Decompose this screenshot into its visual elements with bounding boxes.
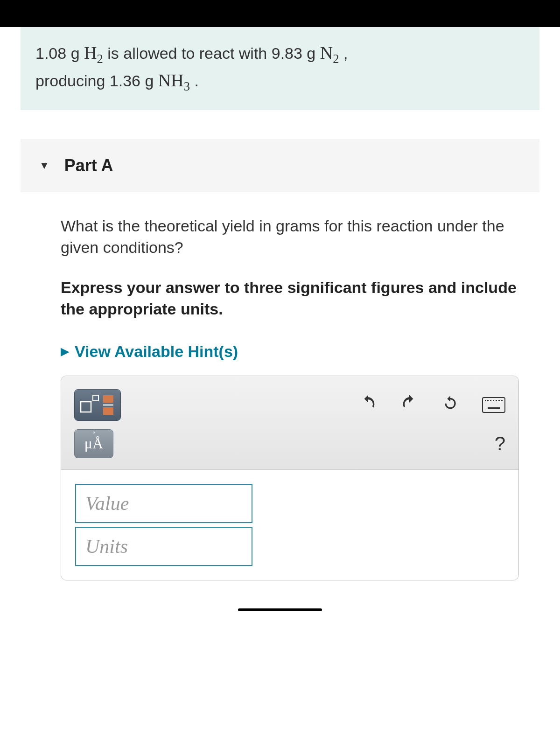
answer-toolbar: μÅ° ? [61,376,518,470]
redo-button[interactable] [400,393,419,416]
mass-h2: 1.08 [35,44,66,62]
keyboard-button[interactable] [482,397,505,413]
triangle-right-icon: ▶ [61,345,69,358]
reset-icon [441,393,460,412]
undo-icon [359,393,378,412]
problem-statement: 1.08 g H2 is allowed to react with 9.83 … [21,27,539,110]
unit-nh3: g [145,72,154,90]
units-placeholder: Units [85,535,128,558]
units-symbols-label: μÅ° [84,435,103,452]
question-text: What is the theoretical yield in grams f… [61,216,539,258]
templates-icon [79,393,116,417]
formula-n2: N2 [320,43,339,63]
question-body: What is the theoretical yield in grams f… [61,216,539,580]
svg-rect-1 [93,395,98,401]
help-button[interactable]: ? [495,433,505,455]
instruction-text: Express your answer to three significant… [61,277,539,320]
device-status-bar [0,0,560,27]
formula-h2: H2 [84,43,103,63]
mass-n2: 9.83 [272,44,302,62]
home-indicator [238,608,322,611]
value-placeholder: Value [85,492,129,515]
view-hints-link[interactable]: ▶ View Available Hint(s) [61,342,539,361]
caret-down-icon: ▼ [39,160,49,172]
templates-button[interactable] [74,389,121,421]
units-symbols-button[interactable]: μÅ° [74,429,113,458]
part-a-header[interactable]: ▼ Part A [21,139,539,192]
svg-rect-2 [103,395,113,403]
mass-nh3: 1.36 [110,72,140,90]
input-area: Value Units [61,470,518,580]
unit-h2: g [71,44,80,62]
hints-label: View Available Hint(s) [75,342,238,361]
units-input[interactable]: Units [75,527,252,566]
part-label: Part A [64,156,113,175]
unit-n2: g [307,44,315,62]
formula-nh3: NH3 [158,70,190,90]
value-input[interactable]: Value [75,484,252,523]
svg-rect-4 [103,407,113,415]
reset-button[interactable] [441,393,460,416]
answer-panel: μÅ° ? Value Units [61,376,519,580]
undo-button[interactable] [359,393,378,416]
redo-icon [400,393,419,412]
svg-rect-0 [81,402,91,412]
